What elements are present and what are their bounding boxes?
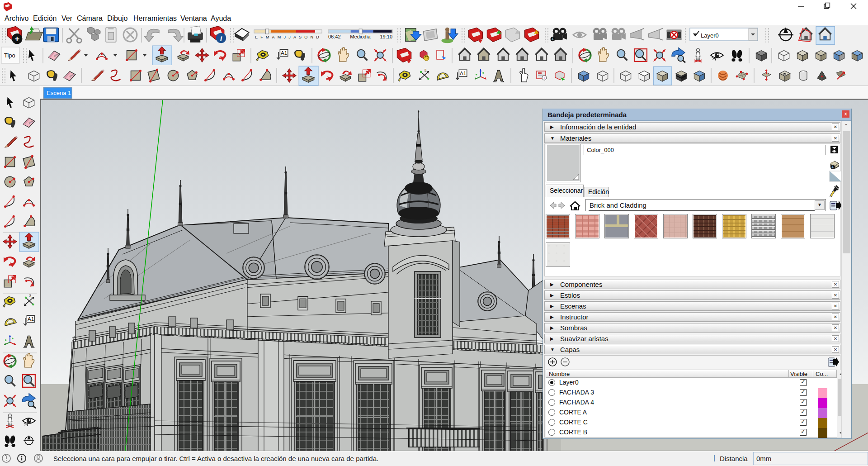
svg-text:+: + — [543, 76, 546, 80]
svg-text:3: 3 — [29, 294, 31, 298]
svg-text:Mediodía: Mediodía — [350, 34, 371, 39]
svg-text:19:10: 19:10 — [380, 34, 392, 39]
svg-text:Escena 1: Escena 1 — [47, 90, 71, 96]
svg-text:A1: A1 — [28, 316, 34, 322]
svg-text:EFMAMJJASOND: EFMAMJJASOND — [255, 35, 322, 39]
svg-text:06:42: 06:42 — [328, 34, 341, 39]
svg-text:3: 3 — [424, 68, 426, 72]
svg-text:Layer0: Layer0 — [701, 32, 719, 39]
svg-text:A1: A1 — [281, 50, 287, 56]
svg-text:A1: A1 — [460, 70, 466, 76]
svg-text:+: + — [831, 165, 834, 170]
svg-text:i: i — [220, 34, 222, 43]
svg-text:+: + — [551, 36, 554, 42]
